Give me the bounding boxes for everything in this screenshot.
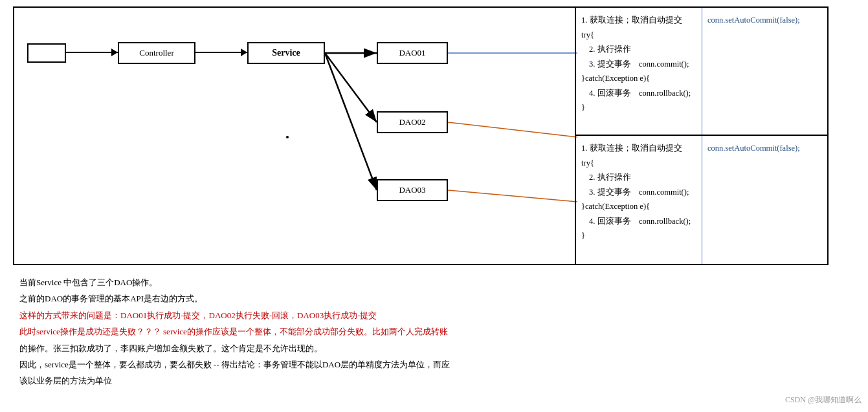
desc-line4: 此时service操作是成功还是失败？？？ service的操作应该是一个整体，…	[19, 324, 849, 339]
tx1-right-code: conn.setAutoCommit(false);	[707, 16, 800, 25]
service-label: Service	[272, 48, 300, 58]
service-box: Service	[247, 42, 325, 64]
tx2-line1: 1. 获取连接；取消自动提交	[581, 141, 696, 156]
right-panel: 1. 获取连接；取消自动提交 try{ 2. 执行操作 3. 提交事务 conn…	[575, 8, 827, 264]
dao02-box: DAO02	[377, 111, 448, 133]
left-box	[27, 43, 66, 63]
svg-line-3	[448, 122, 577, 137]
svg-line-1	[325, 53, 377, 122]
dot-marker	[286, 136, 289, 138]
tx1-line2: try{	[581, 28, 696, 43]
transaction-section-2: 1. 获取连接；取消自动提交 try{ 2. 执行操作 3. 提交事务 conn…	[576, 136, 827, 264]
transaction-section-1: 1. 获取连接；取消自动提交 try{ 2. 执行操作 3. 提交事务 conn…	[576, 8, 827, 136]
tx2-line5: }catch(Exception e){	[581, 199, 696, 214]
dao02-label: DAO02	[399, 117, 425, 127]
description-area: 当前Service 中包含了三个DAO操作。 之前的DAO的事务管理的基本API…	[13, 272, 855, 393]
dao01-label: DAO01	[399, 48, 425, 58]
dao03-label: DAO03	[399, 185, 425, 195]
svg-line-2	[325, 53, 377, 190]
arrow-controller-to-service	[195, 52, 247, 53]
tx2-right-code: conn.setAutoCommit(false);	[707, 144, 800, 153]
desc-line5: 的操作。张三扣款成功了，李四账户增加金额失败了。这个肯定是不允许出现的。	[19, 341, 849, 356]
watermark: CSDN @我哪知道啊么	[785, 395, 862, 406]
dao03-box: DAO03	[377, 179, 448, 201]
desc-line3-text: 这样的方式带来的问题是：DAO01执行成功-提交，DAO02执行失败-回滚，DA…	[19, 310, 377, 320]
tx1-line1: 1. 获取连接；取消自动提交	[581, 13, 696, 28]
tx1-line3: 2. 执行操作	[581, 42, 696, 57]
tx2-line2: try{	[581, 156, 696, 171]
controller-label: Controller	[139, 48, 173, 58]
tx1-line5: }catch(Exception e){	[581, 71, 696, 86]
tx2-line3: 2. 执行操作	[581, 170, 696, 185]
transaction-right-2: conn.setAutoCommit(false);	[702, 136, 829, 264]
controller-box: Controller	[118, 42, 195, 64]
desc-line2: 之前的DAO的事务管理的基本API是右边的方式。	[19, 291, 849, 306]
svg-line-5	[448, 190, 577, 202]
watermark-text: CSDN @我哪知道啊么	[785, 395, 862, 404]
tx2-line7: }	[581, 228, 696, 243]
dao01-box: DAO01	[377, 42, 448, 64]
desc-line1: 当前Service 中包含了三个DAO操作。	[19, 275, 849, 290]
tx1-line7: }	[581, 100, 696, 115]
transaction-left-1: 1. 获取连接；取消自动提交 try{ 2. 执行操作 3. 提交事务 conn…	[576, 8, 702, 135]
desc-line3: 这样的方式带来的问题是：DAO01执行成功-提交，DAO02执行失败-回滚，DA…	[19, 308, 849, 323]
desc-line4-text: 此时service操作是成功还是失败？？？ service的操作应该是一个整体，…	[19, 327, 448, 336]
main-container: Controller Service DAO01 DAO02 DAO03	[0, 0, 868, 400]
desc-line6: 因此，service是一个整体，要么都成功，要么都失败 -- 得出结论：事务管理…	[19, 357, 849, 372]
tx2-line6: 4. 回滚事务 conn.rollback();	[581, 214, 696, 229]
desc-line7: 该以业务层的方法为单位	[19, 373, 849, 388]
transaction-right-1: conn.setAutoCommit(false);	[702, 8, 829, 135]
transaction-left-2: 1. 获取连接；取消自动提交 try{ 2. 执行操作 3. 提交事务 conn…	[576, 136, 702, 264]
tx2-line4: 3. 提交事务 conn.commit();	[581, 185, 696, 200]
tx1-line6: 4. 回滚事务 conn.rollback();	[581, 86, 696, 101]
tx1-line4: 3. 提交事务 conn.commit();	[581, 57, 696, 72]
diagram-area: Controller Service DAO01 DAO02 DAO03	[13, 6, 829, 265]
arrow-left-to-controller	[66, 52, 118, 53]
